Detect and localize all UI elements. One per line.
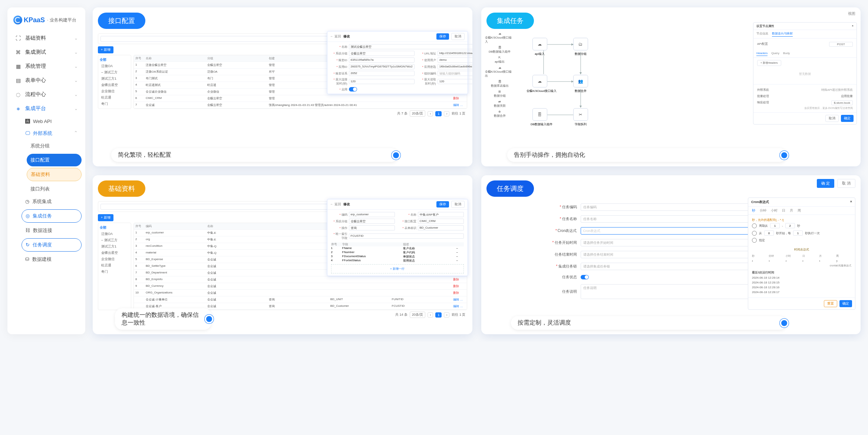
flow-node[interactable]: 🗄 xyxy=(532,108,547,121)
status-toggle[interactable] xyxy=(581,275,589,279)
view-link[interactable]: 视图 xyxy=(848,11,855,16)
palette-item[interactable]: 🗄数据库表输出 xyxy=(491,80,509,88)
cron-ok-button[interactable]: 确定 xyxy=(839,300,852,307)
ok-button[interactable]: 确定 xyxy=(841,115,854,122)
nav-system-manage[interactable]: ▦ 系统管理⌄ xyxy=(11,59,82,73)
sysgrp-select[interactable]: 金蝶云星空 xyxy=(349,51,415,56)
page-prev[interactable]: ‹ xyxy=(428,111,433,116)
page-size-select[interactable]: 20条/页 xyxy=(410,110,426,117)
app-input[interactable]: 260375_5JVsTmyiPG87502TTp1cSMGN7Wz2 xyxy=(349,64,415,69)
tab-node-info[interactable]: 节点信息 xyxy=(756,31,768,37)
lang-input[interactable]: 2052 xyxy=(349,71,415,76)
cron-reset-button[interactable]: 重置 xyxy=(824,300,837,307)
sub-task-schedule[interactable]: ↻任务调度 xyxy=(22,238,82,252)
page-current[interactable]: 1 xyxy=(435,111,442,116)
tree-item[interactable]: 泛微OA xyxy=(100,63,129,69)
cron-input[interactable]: Cron表达式 xyxy=(581,227,750,235)
palette-item[interactable]: ☁金蝶K/3Cloud接口输入 xyxy=(485,32,515,44)
table-row[interactable]: 7金众诚金蝶云星空张亮/zhangliang 2024-01-03 21:43 … xyxy=(134,102,467,109)
max1-input[interactable]: 120 xyxy=(349,79,415,84)
cron-to-input[interactable] xyxy=(785,223,795,228)
name-input[interactable]: 任务名称 xyxy=(581,215,750,223)
new-button[interactable]: + 新增 xyxy=(98,46,113,53)
table-row[interactable]: 9BD_Currency金众诚删除 xyxy=(134,283,467,290)
palette-item[interactable]: 🗄DB数据输入组件 xyxy=(489,46,511,54)
name-input[interactable]: 测试金蝶云星空 xyxy=(349,44,472,49)
palette-item[interactable]: ⊕数据合并 xyxy=(494,110,506,118)
add-row-button[interactable]: + 新增一行 xyxy=(331,264,464,273)
table-row[interactable]: 8BD_EmpInfo金众诚删除 xyxy=(134,276,467,283)
cron-tab-hour[interactable]: 小时 xyxy=(771,208,778,213)
palette-item[interactable]: ⇄数据关联 xyxy=(494,100,506,108)
palette-item[interactable]: ⇱api输出 xyxy=(495,56,505,64)
sub-interface-list[interactable]: 接口列表 xyxy=(27,183,82,195)
chain-select[interactable]: 请选择集成任务链 xyxy=(581,263,750,270)
sub-data-connection[interactable]: ⛓数据连接 xyxy=(22,224,82,237)
page-next[interactable]: › xyxy=(444,312,449,318)
tbl-input[interactable]: BD_Customer xyxy=(418,225,464,230)
nav-integration-platform[interactable]: ⎈ 集成平台⌄ xyxy=(11,102,82,116)
close-icon[interactable]: × xyxy=(850,200,852,205)
cron-tab-min[interactable]: 分钟 xyxy=(760,208,766,213)
palette-item[interactable]: ☁金蝶K/3Cloud接口输出 xyxy=(485,66,515,78)
save-button[interactable]: 保存 xyxy=(436,201,449,207)
tree-root[interactable]: 全部 xyxy=(100,57,129,63)
sysgrp-select[interactable]: 金蝶云星空 xyxy=(349,219,395,224)
nav-form-center[interactable]: ▤ 表单中心⌄ xyxy=(11,73,82,87)
cron-radio-range[interactable] xyxy=(752,223,757,228)
cron-tab-month[interactable]: 月 xyxy=(790,208,793,213)
flow-node[interactable]: 👥 xyxy=(573,75,588,87)
palette-item[interactable]: ⊞数据分组 xyxy=(494,90,506,98)
flow-node[interactable]: ☁ xyxy=(532,38,547,50)
flow-node[interactable]: 🗂 xyxy=(573,38,588,50)
flow-node[interactable]: ✂ xyxy=(573,108,588,121)
cron-tab-sec[interactable]: 秒 xyxy=(752,208,755,213)
tab-query[interactable]: Query xyxy=(771,52,779,56)
cancel-button[interactable]: 取消 xyxy=(825,115,839,122)
acct-input[interactable]: 6351195a585c7a xyxy=(349,57,415,63)
flow-canvas[interactable]: ☁ api输入 🗂 数据分组 ☁ 金蝶K/3Cloud接口输入 👥 数据合并 🗄… xyxy=(525,33,762,133)
url-input[interactable]: http://210459189122.imwork.net.K3CLOUD/ xyxy=(438,51,472,56)
save-button[interactable]: 保存 xyxy=(436,33,449,40)
name-input[interactable]: 中集-ERP客户 xyxy=(418,212,464,217)
tree-item[interactable]: – 测试三方 xyxy=(100,69,129,76)
cron-tab-week[interactable]: 周 xyxy=(798,208,801,213)
sub-integration-task[interactable]: ◎集成任务 xyxy=(22,209,82,223)
close-icon[interactable]: × xyxy=(852,24,854,28)
sub-web-api[interactable]: 🅰Web API xyxy=(22,116,82,127)
tree-item[interactable]: 企业微信 xyxy=(100,88,129,94)
nav-integration-test[interactable]: ⌘ 集成测试⌄ xyxy=(11,45,82,59)
confirm-button[interactable]: 确 定 xyxy=(817,179,834,188)
sub-interface-config[interactable]: 接口配置 xyxy=(27,154,82,166)
page-size-select[interactable]: 20条/页 xyxy=(410,312,426,318)
cron-from-input[interactable] xyxy=(770,223,780,228)
tree-root[interactable]: 全部 xyxy=(100,225,129,231)
end-input[interactable]: 请选择任务结束时间 xyxy=(581,251,750,258)
code-input[interactable]: 任务编码 xyxy=(581,203,750,211)
table-row[interactable]: 6CIMC_CRM金蝶云星空管理删除 xyxy=(134,95,467,102)
cron-radio-interval[interactable] xyxy=(752,231,757,236)
cron-radio-specify[interactable] xyxy=(752,238,757,243)
page-current[interactable]: 1 xyxy=(435,312,442,318)
flow-node[interactable]: ☁ xyxy=(532,75,547,87)
nav-basic-data[interactable]: ⛶ 基础资料⌄ xyxy=(11,31,82,45)
cancel-button[interactable]: 取消 xyxy=(451,33,465,40)
cron-tab-day[interactable]: 日 xyxy=(782,208,785,213)
max2-input[interactable]: 120 xyxy=(438,79,472,84)
nav-flow-center[interactable]: ◌ 流程中心⌄ xyxy=(11,87,82,102)
method-select[interactable]: POST xyxy=(829,42,853,47)
sub-data-model[interactable]: ⛁数据建模 xyxy=(22,253,82,266)
cron-every-input[interactable] xyxy=(793,230,803,236)
back-button[interactable]: ← 返回 xyxy=(330,202,341,207)
table-row[interactable]: 金众诚-计量单位金众诚查询BD_UNITFUNITID编辑 删除 xyxy=(134,296,467,303)
desc-textarea[interactable]: 任务说明 xyxy=(581,284,750,299)
cancel-button[interactable]: 取消 xyxy=(451,201,465,208)
tree-item[interactable]: 奇门 xyxy=(100,101,129,107)
enable-toggle[interactable] xyxy=(349,87,357,92)
tab-data-mapping[interactable]: 数据走向与映射 xyxy=(772,31,793,37)
page-next[interactable]: › xyxy=(444,111,449,116)
new-button[interactable]: + 新增 xyxy=(98,214,113,221)
tab-body[interactable]: Body xyxy=(783,52,790,56)
key-input[interactable]: FCUSTID xyxy=(349,233,464,239)
user-input[interactable]: demo xyxy=(438,57,472,63)
